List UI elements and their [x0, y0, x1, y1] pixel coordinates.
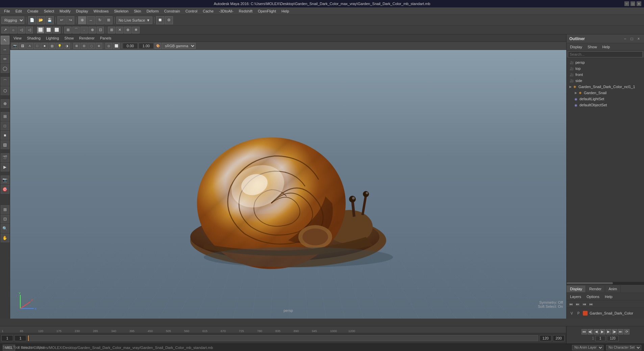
vp-menu-renderer[interactable]: Renderer [77, 35, 97, 41]
outliner-search-input[interactable] [568, 51, 643, 57]
snap-curve-btn[interactable]: ⌒ [72, 27, 80, 33]
dp-anim-btn[interactable]: ⏭ [588, 301, 594, 307]
outliner-menu-show[interactable]: Show [586, 44, 599, 50]
tree-item-persp[interactable]: 🎥 persp [567, 59, 644, 65]
vp-wireframe-btn[interactable]: □ [34, 43, 41, 49]
play-btn[interactable]: ▶ [600, 329, 605, 334]
outliner-hscrollbar[interactable] [567, 282, 644, 285]
playback-start-input[interactable] [595, 336, 605, 341]
vp-menu-show[interactable]: Show [63, 35, 76, 41]
delete-history-btn[interactable]: ✕ [116, 27, 123, 33]
tree-item-top[interactable]: 🎥 top [567, 65, 644, 72]
minimize-button[interactable]: − [624, 1, 629, 6]
end-frame-input-2[interactable] [553, 335, 565, 341]
outliner-menu-display[interactable]: Display [568, 44, 584, 50]
scale-tool-btn[interactable]: ⊞ [104, 16, 113, 24]
menu-edit[interactable]: Edit [13, 8, 25, 14]
goto-end-btn[interactable]: ⏭ [618, 329, 623, 334]
menu-redshift[interactable]: Redshift [236, 8, 255, 14]
viewport-container[interactable]: View Shading Lighting Show Renderer Pane… [10, 34, 566, 319]
exposure-input[interactable] [123, 43, 138, 49]
goto-start-btn[interactable]: ⏮ [581, 329, 587, 334]
undo-btn[interactable]: ↩ [57, 16, 66, 24]
select-tool-btn[interactable]: ⊕ [78, 16, 86, 24]
transform-tool[interactable]: ↔ [1, 45, 9, 54]
close-button[interactable]: × [637, 1, 641, 6]
vp-light-btn[interactable]: 💡 [56, 43, 63, 49]
lasso-btn[interactable]: ○ [9, 27, 17, 33]
outliner-menu-help[interactable]: Help [600, 44, 612, 50]
paint-btn[interactable]: ◁ [18, 27, 25, 33]
snap-surface-btn[interactable]: ⊕ [89, 27, 96, 33]
menu-skin[interactable]: Skin [131, 8, 144, 14]
shaded-btn[interactable]: ■ [1, 131, 9, 140]
tab-render[interactable]: Render [586, 286, 605, 292]
playback-check[interactable]: P [576, 311, 581, 316]
dp-options-btn[interactable]: ⏮ [581, 301, 587, 307]
char-set-dropdown[interactable]: No Character Set [606, 345, 641, 350]
menu-control[interactable]: Control [183, 8, 200, 14]
outliner-minimize-btn[interactable]: − [622, 36, 628, 42]
menu-select[interactable]: Select [41, 8, 57, 14]
next-frame-btn[interactable]: ▶ [606, 329, 611, 334]
tree-item-objectset[interactable]: ◉ defaultObjectSet [567, 102, 644, 108]
wireframe-btn[interactable]: □ [1, 122, 9, 130]
menu-deform[interactable]: Deform [144, 8, 162, 14]
new-scene-btn[interactable]: 📄 [28, 16, 36, 24]
vp-shaded-btn[interactable]: ■ [41, 43, 48, 49]
menu-openflight[interactable]: OpenFlight [255, 8, 279, 14]
vp-shadow-btn[interactable]: ◑ [64, 43, 70, 49]
vp-menu-shading[interactable]: Shading [25, 35, 43, 41]
color-management-btn[interactable]: 🎨 [154, 43, 161, 49]
vp-resolution-btn[interactable]: ⊕ [96, 43, 102, 49]
open-scene-btn[interactable]: 📂 [37, 16, 45, 24]
select-tool[interactable]: ↖ [1, 36, 9, 45]
prev-frame-btn[interactable]: ◀ [594, 329, 599, 334]
outliner-restore-btn[interactable]: □ [629, 36, 635, 42]
dp-menu-help[interactable]: Help [603, 294, 615, 299]
tree-item-snail-mesh[interactable]: ▶ ✱ Garden_Snail [567, 90, 644, 96]
dp-menu-options[interactable]: Options [585, 294, 601, 299]
mode-dropdown[interactable]: Rigging [1, 17, 24, 24]
tweak-btn[interactable]: ⬜ [53, 27, 60, 33]
menu-create[interactable]: Create [25, 8, 41, 14]
freeze-btn[interactable]: ❄ [132, 27, 140, 33]
component-select-btn[interactable]: ⬜ [37, 27, 44, 33]
render-view-btn[interactable]: 🎬 [1, 153, 9, 162]
current-frame-input[interactable] [1, 335, 13, 341]
vp-camera-btn[interactable]: 📷 [11, 43, 18, 49]
center-pivot-btn[interactable]: ⊕ [124, 27, 131, 33]
loop-btn[interactable]: ⟳ [624, 329, 629, 334]
color-space-select[interactable]: sRGB gamma [162, 43, 196, 49]
outliner-close-btn[interactable]: × [636, 36, 641, 42]
save-scene-btn[interactable]: 💾 [46, 16, 54, 24]
select-all-btn[interactable]: ◁ [26, 27, 33, 33]
vp-grid-btn[interactable]: ⊞ [73, 43, 80, 49]
render-btn[interactable]: 🔲 [156, 16, 164, 24]
tree-item-front[interactable]: 🎥 front [567, 72, 644, 78]
dp-add-layer-btn[interactable]: ⏮ [568, 301, 573, 307]
snap-view-btn[interactable]: ⊡ [97, 27, 104, 33]
vp-aa-btn[interactable]: A [26, 43, 33, 49]
poly-tool[interactable]: ⬡ [1, 86, 9, 95]
select-mode-btn[interactable]: ↗ [1, 27, 9, 33]
frame-sel-btn[interactable]: ⊡ [1, 215, 9, 223]
tab-display[interactable]: Display [567, 286, 586, 292]
vp-menu-lighting[interactable]: Lighting [44, 35, 61, 41]
zoom-tool[interactable]: 🔍 [1, 224, 9, 233]
menu-modify[interactable]: Modify [57, 8, 73, 14]
gamma-input[interactable] [139, 43, 154, 49]
vp-menu-panels[interactable]: Panels [98, 35, 114, 41]
maximize-button[interactable]: □ [630, 1, 635, 6]
rotate-tool-btn[interactable]: ↻ [96, 16, 104, 24]
vp-xray-btn[interactable]: ⬜ [113, 43, 120, 49]
snap-grid-btn[interactable]: ⊞ [64, 27, 72, 33]
no-live-surface-btn[interactable]: No Live Surface ▼ [116, 17, 152, 24]
textured-btn[interactable]: ▨ [1, 140, 9, 149]
vp-hud-btn[interactable]: ⊟ [81, 43, 88, 49]
tree-item-lightset[interactable]: ◉ defaultLightSet [567, 96, 644, 102]
vp-menu-view[interactable]: View [11, 35, 24, 41]
show-manipulator-btn[interactable]: ⊕ [1, 99, 9, 108]
menu-help[interactable]: Help [279, 8, 292, 14]
vp-nurbscv-btn[interactable]: ◌ [88, 43, 95, 49]
